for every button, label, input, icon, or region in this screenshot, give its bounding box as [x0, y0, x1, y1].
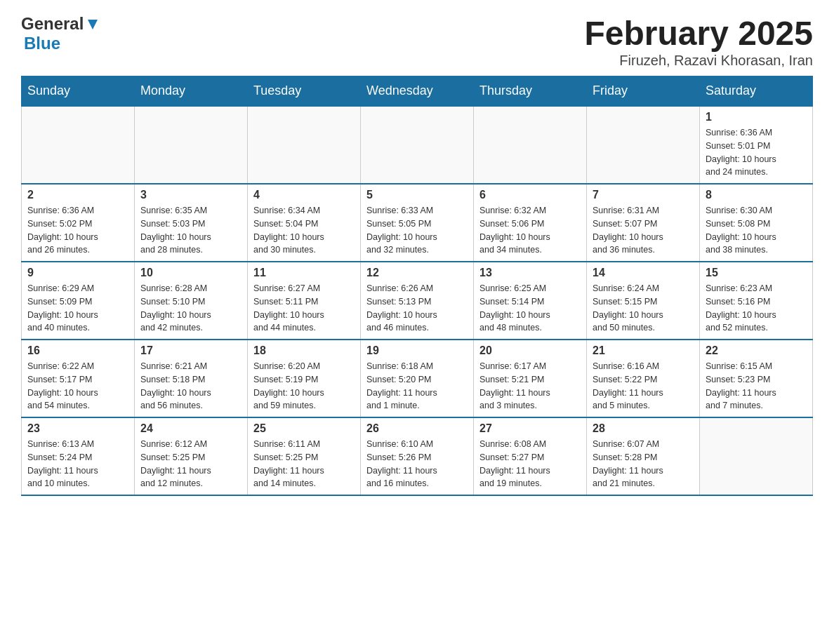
day-info: Sunrise: 6:28 AM Sunset: 5:10 PM Dayligh…	[140, 282, 241, 335]
day-info: Sunrise: 6:22 AM Sunset: 5:17 PM Dayligh…	[27, 360, 128, 412]
day-info: Sunrise: 6:07 AM Sunset: 5:28 PM Dayligh…	[593, 438, 694, 490]
day-cell: 27Sunrise: 6:08 AM Sunset: 5:27 PM Dayli…	[474, 417, 587, 495]
day-cell: 11Sunrise: 6:27 AM Sunset: 5:11 PM Dayli…	[248, 262, 361, 340]
day-number: 5	[366, 189, 468, 201]
day-cell: 23Sunrise: 6:13 AM Sunset: 5:24 PM Dayli…	[22, 417, 135, 495]
calendar-title-area: February 2025 Firuzeh, Razavi Khorasan, …	[584, 14, 813, 69]
day-number: 15	[706, 267, 807, 279]
day-number: 26	[366, 422, 468, 435]
day-info: Sunrise: 6:29 AM Sunset: 5:09 PM Dayligh…	[27, 282, 128, 335]
day-number: 19	[366, 344, 468, 357]
day-cell: 9Sunrise: 6:29 AM Sunset: 5:09 PM Daylig…	[22, 262, 135, 340]
day-info: Sunrise: 6:36 AM Sunset: 5:02 PM Dayligh…	[27, 204, 128, 257]
day-number: 16	[27, 344, 128, 357]
day-number: 3	[140, 189, 241, 201]
day-number: 20	[479, 344, 581, 357]
day-info: Sunrise: 6:33 AM Sunset: 5:05 PM Dayligh…	[366, 204, 468, 257]
day-cell: 3Sunrise: 6:35 AM Sunset: 5:03 PM Daylig…	[135, 184, 248, 262]
day-number: 10	[140, 267, 241, 279]
day-info: Sunrise: 6:35 AM Sunset: 5:03 PM Dayligh…	[140, 204, 241, 257]
day-info: Sunrise: 6:20 AM Sunset: 5:19 PM Dayligh…	[253, 360, 355, 412]
day-info: Sunrise: 6:17 AM Sunset: 5:21 PM Dayligh…	[479, 360, 581, 412]
day-number: 18	[253, 344, 355, 357]
day-info: Sunrise: 6:13 AM Sunset: 5:24 PM Dayligh…	[27, 438, 128, 490]
svg-marker-0	[88, 20, 98, 29]
header-saturday: Saturday	[700, 76, 813, 107]
day-cell	[22, 106, 135, 184]
day-number: 27	[479, 422, 581, 435]
logo-triangle-icon	[85, 17, 100, 32]
day-info: Sunrise: 6:10 AM Sunset: 5:26 PM Dayligh…	[366, 438, 468, 490]
day-number: 23	[27, 422, 128, 435]
day-info: Sunrise: 6:32 AM Sunset: 5:06 PM Dayligh…	[479, 204, 581, 257]
day-number: 2	[27, 189, 128, 201]
day-number: 8	[706, 189, 807, 201]
day-cell	[248, 106, 361, 184]
day-number: 21	[593, 344, 694, 357]
day-info: Sunrise: 6:36 AM Sunset: 5:01 PM Dayligh…	[706, 126, 807, 179]
day-number: 13	[479, 267, 581, 279]
week-row-3: 9Sunrise: 6:29 AM Sunset: 5:09 PM Daylig…	[22, 262, 813, 340]
header-friday: Friday	[587, 76, 700, 107]
day-info: Sunrise: 6:11 AM Sunset: 5:25 PM Dayligh…	[253, 438, 355, 490]
day-info: Sunrise: 6:08 AM Sunset: 5:27 PM Dayligh…	[479, 438, 581, 490]
day-cell: 4Sunrise: 6:34 AM Sunset: 5:04 PM Daylig…	[248, 184, 361, 262]
day-cell: 15Sunrise: 6:23 AM Sunset: 5:16 PM Dayli…	[700, 262, 813, 340]
day-cell: 10Sunrise: 6:28 AM Sunset: 5:10 PM Dayli…	[135, 262, 248, 340]
header-wednesday: Wednesday	[361, 76, 474, 107]
day-cell: 20Sunrise: 6:17 AM Sunset: 5:21 PM Dayli…	[474, 340, 587, 417]
day-cell: 22Sunrise: 6:15 AM Sunset: 5:23 PM Dayli…	[700, 340, 813, 417]
day-number: 14	[593, 267, 694, 279]
calendar-title: February 2025	[584, 14, 813, 53]
day-cell	[700, 417, 813, 495]
day-cell: 7Sunrise: 6:31 AM Sunset: 5:07 PM Daylig…	[587, 184, 700, 262]
day-cell: 17Sunrise: 6:21 AM Sunset: 5:18 PM Dayli…	[135, 340, 248, 417]
day-cell	[587, 106, 700, 184]
header-sunday: Sunday	[22, 76, 135, 107]
logo-blue-text: Blue	[24, 34, 60, 53]
day-cell: 28Sunrise: 6:07 AM Sunset: 5:28 PM Dayli…	[587, 417, 700, 495]
day-info: Sunrise: 6:18 AM Sunset: 5:20 PM Dayligh…	[366, 360, 468, 412]
day-cell: 25Sunrise: 6:11 AM Sunset: 5:25 PM Dayli…	[248, 417, 361, 495]
calendar-table: SundayMondayTuesdayWednesdayThursdayFrid…	[21, 76, 813, 496]
day-info: Sunrise: 6:34 AM Sunset: 5:04 PM Dayligh…	[253, 204, 355, 257]
day-info: Sunrise: 6:27 AM Sunset: 5:11 PM Dayligh…	[253, 282, 355, 335]
day-cell: 13Sunrise: 6:25 AM Sunset: 5:14 PM Dayli…	[474, 262, 587, 340]
calendar-header-row: SundayMondayTuesdayWednesdayThursdayFrid…	[22, 76, 813, 107]
day-info: Sunrise: 6:25 AM Sunset: 5:14 PM Dayligh…	[479, 282, 581, 335]
header-monday: Monday	[135, 76, 248, 107]
week-row-5: 23Sunrise: 6:13 AM Sunset: 5:24 PM Dayli…	[22, 417, 813, 495]
day-number: 1	[706, 111, 807, 123]
week-row-1: 1Sunrise: 6:36 AM Sunset: 5:01 PM Daylig…	[22, 106, 813, 184]
day-info: Sunrise: 6:23 AM Sunset: 5:16 PM Dayligh…	[706, 282, 807, 335]
day-cell: 6Sunrise: 6:32 AM Sunset: 5:06 PM Daylig…	[474, 184, 587, 262]
week-row-4: 16Sunrise: 6:22 AM Sunset: 5:17 PM Dayli…	[22, 340, 813, 417]
day-number: 6	[479, 189, 581, 201]
header-tuesday: Tuesday	[248, 76, 361, 107]
day-number: 28	[593, 422, 694, 435]
day-number: 22	[706, 344, 807, 357]
week-row-2: 2Sunrise: 6:36 AM Sunset: 5:02 PM Daylig…	[22, 184, 813, 262]
day-cell	[361, 106, 474, 184]
header-thursday: Thursday	[474, 76, 587, 107]
page-header: General Blue February 2025 Firuzeh, Raza…	[21, 14, 813, 69]
day-cell	[474, 106, 587, 184]
day-cell: 19Sunrise: 6:18 AM Sunset: 5:20 PM Dayli…	[361, 340, 474, 417]
day-cell: 14Sunrise: 6:24 AM Sunset: 5:15 PM Dayli…	[587, 262, 700, 340]
day-info: Sunrise: 6:24 AM Sunset: 5:15 PM Dayligh…	[593, 282, 694, 335]
day-info: Sunrise: 6:26 AM Sunset: 5:13 PM Dayligh…	[366, 282, 468, 335]
day-number: 17	[140, 344, 241, 357]
logo: General Blue	[21, 14, 100, 53]
day-cell: 5Sunrise: 6:33 AM Sunset: 5:05 PM Daylig…	[361, 184, 474, 262]
day-number: 4	[253, 189, 355, 201]
day-cell: 16Sunrise: 6:22 AM Sunset: 5:17 PM Dayli…	[22, 340, 135, 417]
day-info: Sunrise: 6:16 AM Sunset: 5:22 PM Dayligh…	[593, 360, 694, 412]
day-cell: 18Sunrise: 6:20 AM Sunset: 5:19 PM Dayli…	[248, 340, 361, 417]
day-cell: 24Sunrise: 6:12 AM Sunset: 5:25 PM Dayli…	[135, 417, 248, 495]
day-number: 7	[593, 189, 694, 201]
day-cell: 12Sunrise: 6:26 AM Sunset: 5:13 PM Dayli…	[361, 262, 474, 340]
calendar-subtitle: Firuzeh, Razavi Khorasan, Iran	[584, 53, 813, 69]
day-number: 12	[366, 267, 468, 279]
day-cell: 21Sunrise: 6:16 AM Sunset: 5:22 PM Dayli…	[587, 340, 700, 417]
day-cell: 2Sunrise: 6:36 AM Sunset: 5:02 PM Daylig…	[22, 184, 135, 262]
